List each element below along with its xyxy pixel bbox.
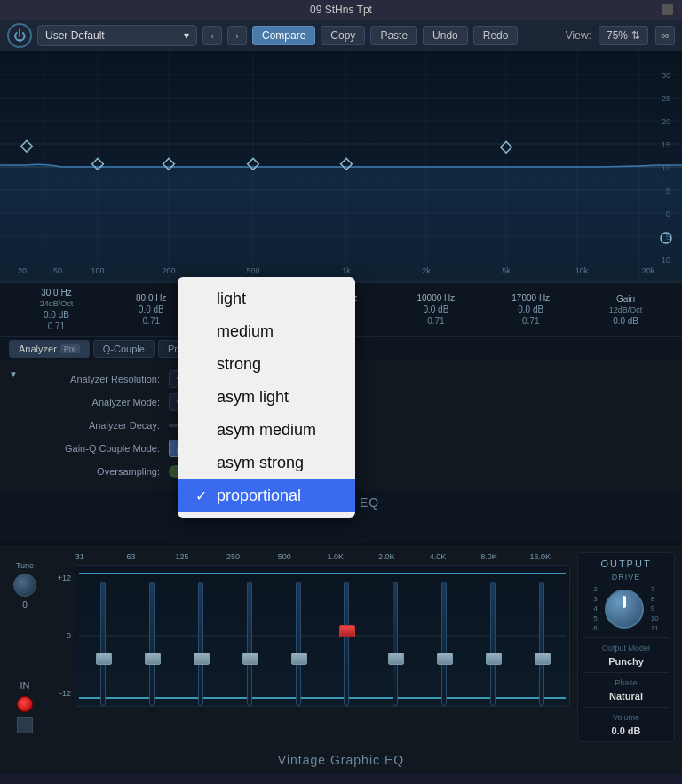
svg-text:20: 20 xyxy=(662,117,670,126)
fader-2k[interactable] xyxy=(377,573,413,724)
svg-text:20: 20 xyxy=(18,266,27,275)
compare-button[interactable]: Compare xyxy=(252,26,315,45)
svg-text:5k: 5k xyxy=(502,266,511,275)
fader-500[interactable] xyxy=(281,573,316,724)
svg-text:2k: 2k xyxy=(422,266,431,275)
svg-text:5: 5 xyxy=(666,186,670,195)
analyzer-tab[interactable]: Analyzer Pre xyxy=(9,340,90,358)
svg-text:50: 50 xyxy=(53,266,62,275)
analyzer-resolution-label: Analyzer Resolution: xyxy=(27,374,169,384)
fader-16k[interactable] xyxy=(524,573,559,724)
tune-knob[interactable] xyxy=(13,574,36,597)
dropdown-item-light[interactable]: light xyxy=(178,282,355,315)
view-value[interactable]: 75% ⇅ xyxy=(599,26,648,45)
svg-text:30: 30 xyxy=(662,71,670,80)
dropdown-arrow: ▾ xyxy=(184,29,189,42)
in-led[interactable] xyxy=(17,696,33,712)
vintage-eq-label: Vintage Graphic EQ xyxy=(0,749,682,771)
nav-forward-button[interactable]: › xyxy=(227,26,247,45)
drive-knob[interactable] xyxy=(605,590,644,629)
q-couple-tab[interactable]: Q-Couple xyxy=(93,340,155,358)
vintage-left-controls: Tune 0 IN xyxy=(7,552,43,742)
paste-button[interactable]: Paste xyxy=(370,26,417,45)
gain-q-dropdown-menu: light medium strong asym light asym medi… xyxy=(178,277,355,518)
dropdown-item-asym-light[interactable]: asym light xyxy=(178,381,355,414)
vintage-eq-section: Tune 0 IN 31 63 125 250 500 1.0K 2.0K 4.… xyxy=(0,543,682,774)
fader-31[interactable] xyxy=(85,573,121,724)
fader-area: 31 63 125 250 500 1.0K 2.0K 4.0K 8.0K 16… xyxy=(50,552,570,742)
channel-eq-section: ⏻ User Default ▾ ‹ › Compare Copy Paste … xyxy=(0,20,682,543)
phase-label: Phase xyxy=(583,678,669,687)
fader-thumb-16k[interactable] xyxy=(535,653,551,665)
output-model-value[interactable]: Punchy xyxy=(583,656,669,667)
fader-thumb-125[interactable] xyxy=(194,653,210,665)
fader-thumb-500[interactable] xyxy=(291,653,307,665)
vintage-eq-inner: Tune 0 IN 31 63 125 250 500 1.0K 2.0K 4.… xyxy=(0,545,682,749)
fader-63[interactable] xyxy=(134,573,170,724)
preset-label: User Default xyxy=(45,29,105,42)
dropdown-item-proportional[interactable]: ✓ proportional xyxy=(178,479,355,512)
output-title: OUTPUT xyxy=(583,558,669,569)
phase-value[interactable]: Natural xyxy=(583,691,669,701)
toolbar: ⏻ User Default ▾ ‹ › Compare Copy Paste … xyxy=(0,20,682,51)
dropdown-item-medium[interactable]: medium xyxy=(178,315,355,348)
output-model-label: Output Model xyxy=(583,644,669,653)
in-mute-button[interactable] xyxy=(17,717,33,733)
fader-1k[interactable] xyxy=(329,573,364,724)
svg-text:25: 25 xyxy=(662,94,670,103)
fader-thumb-2k[interactable] xyxy=(388,653,404,665)
svg-text:0: 0 xyxy=(666,210,670,218)
power-button[interactable]: ⏻ xyxy=(7,23,32,48)
fader-thumb-8k[interactable] xyxy=(486,653,502,665)
volume-value[interactable]: 0.0 dB xyxy=(583,725,669,736)
preset-dropdown[interactable]: User Default ▾ xyxy=(37,25,197,46)
band-info-5: 10000 Hz 0.0 dB 0.71 xyxy=(388,293,483,326)
close-button[interactable] xyxy=(662,4,673,15)
window-title: 09 StHns Tpt xyxy=(310,4,372,16)
redo-button[interactable]: Redo xyxy=(473,26,519,45)
fader-thumb-1k[interactable] xyxy=(339,625,355,637)
svg-text:1k: 1k xyxy=(342,266,351,275)
vintage-output: OUTPUT DRIVE 2 3 4 5 6 7 8 9 10 11 xyxy=(577,552,675,742)
svg-text:100: 100 xyxy=(91,266,104,275)
drive-scale-right: 7 8 9 10 11 xyxy=(651,585,659,632)
fader-thumb-31[interactable] xyxy=(96,653,112,665)
fader-250[interactable] xyxy=(232,573,267,724)
svg-text:20k: 20k xyxy=(642,266,655,275)
toolbar-right: View: 75% ⇅ ∞ xyxy=(566,26,675,45)
fader-125[interactable] xyxy=(183,573,218,724)
dropdown-item-asym-medium[interactable]: asym medium xyxy=(178,414,355,447)
copy-button[interactable]: Copy xyxy=(321,26,365,45)
db-mid-label: 0 xyxy=(50,631,71,640)
svg-text:10k: 10k xyxy=(575,266,589,275)
band-info-6: 17000 Hz 0.0 dB 0.71 xyxy=(483,293,578,326)
svg-text:10: 10 xyxy=(662,163,670,172)
title-bar: 09 StHns Tpt xyxy=(0,0,682,20)
svg-text:200: 200 xyxy=(162,266,175,275)
drive-scale: 2 3 4 5 6 xyxy=(593,585,597,632)
dropdown-item-strong[interactable]: strong xyxy=(178,348,355,381)
fader-thumb-4k[interactable] xyxy=(437,653,453,665)
dropdown-item-asym-strong[interactable]: asym strong xyxy=(178,447,355,479)
db-top-label: +12 xyxy=(50,574,71,582)
svg-text:15: 15 xyxy=(662,140,670,149)
eq-display[interactable]: 30 25 20 15 10 5 0 5 10 20 50 100 200 50… xyxy=(0,51,682,282)
tune-label: Tune xyxy=(16,561,34,570)
fader-thumb-63[interactable] xyxy=(145,653,161,665)
drive-label: DRIVE xyxy=(583,573,669,582)
divider-3 xyxy=(583,707,669,708)
svg-text:5: 5 xyxy=(666,233,670,242)
fader-8k[interactable] xyxy=(475,573,511,724)
band-info-1: 30.0 Hz 24dB/Oct 0.0 dB 0.71 xyxy=(9,288,104,331)
db-bot-label: -12 xyxy=(50,689,71,698)
drive-knob-area: 2 3 4 5 6 7 8 9 10 11 xyxy=(583,585,669,632)
undo-button[interactable]: Undo xyxy=(423,26,468,45)
view-label: View: xyxy=(566,29,591,42)
fader-thumb-250[interactable] xyxy=(242,653,258,665)
volume-label: Volume xyxy=(583,713,669,722)
tune-value: 0 xyxy=(22,600,28,610)
nav-back-button[interactable]: ‹ xyxy=(202,26,222,45)
collapse-button[interactable]: ▼ xyxy=(7,368,20,380)
fader-4k[interactable] xyxy=(426,573,462,724)
link-button[interactable]: ∞ xyxy=(655,26,675,45)
